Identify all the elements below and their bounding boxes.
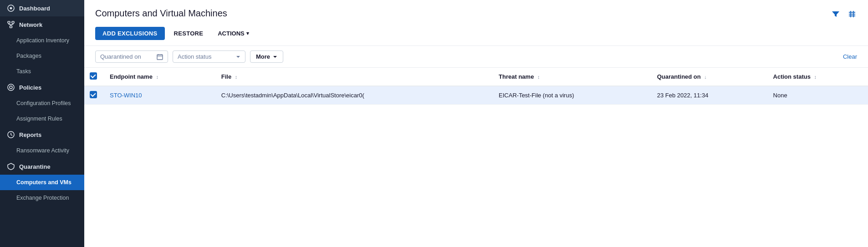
svg-point-1 xyxy=(10,7,12,10)
select-all-header[interactable] xyxy=(84,68,102,86)
svg-point-9 xyxy=(8,84,14,91)
sidebar-item-ransomware-activity[interactable]: Ransomware Activity xyxy=(0,143,84,158)
file-sort-icon: ↕ xyxy=(235,74,238,80)
threat-name-sort-icon: ↕ xyxy=(537,74,540,80)
svg-rect-2 xyxy=(8,21,10,23)
filters-row: Quarantined on Action status More Clear xyxy=(84,46,868,68)
row-quarantined-on: 23 Feb 2022, 11:34 xyxy=(650,86,766,105)
svg-rect-4 xyxy=(10,26,12,28)
sidebar-item-computers-and-vms[interactable]: Computers and VMs xyxy=(0,175,84,190)
sidebar-item-application-inventory[interactable]: Application Inventory xyxy=(0,33,84,48)
col-action-status[interactable]: Action status ↕ xyxy=(766,68,868,86)
row-threat-name: EICAR-Test-File (not a virus) xyxy=(491,86,650,105)
table-header-row: Endpoint name ↕ File ↕ Threat name ↕ Qua… xyxy=(84,68,868,86)
sidebar-item-dashboard[interactable]: Dashboard xyxy=(0,0,84,16)
sidebar: Dashboard Network Application Inventory … xyxy=(0,0,84,247)
select-all-checkbox[interactable] xyxy=(90,72,97,80)
network-icon xyxy=(7,21,15,28)
filter-icon-button[interactable] xyxy=(831,9,841,21)
col-endpoint-name[interactable]: Endpoint name ↕ xyxy=(102,68,214,86)
svg-point-10 xyxy=(10,86,12,89)
page-title: Computers and Virtual Machines xyxy=(95,8,227,19)
quarantine-icon xyxy=(7,163,15,170)
row-action-status: None xyxy=(766,86,868,105)
dashboard-icon xyxy=(7,5,15,12)
sidebar-item-quarantine[interactable]: Quarantine xyxy=(0,158,84,175)
row-endpoint-name[interactable]: STO-WIN10 xyxy=(102,86,214,105)
col-threat-name[interactable]: Threat name ↕ xyxy=(491,68,650,86)
add-exclusions-button[interactable]: ADD EXCLUSIONS xyxy=(95,27,165,40)
row-file: C:\Users\testadmin\AppData\Local\Virtual… xyxy=(214,86,491,105)
sidebar-item-configuration-profiles[interactable]: Configuration Profiles xyxy=(0,96,84,111)
quarantined-on-sort-icon: ↓ xyxy=(704,74,707,80)
col-file[interactable]: File ↕ xyxy=(214,68,491,86)
sidebar-item-exchange-protection[interactable]: Exchange Protection xyxy=(0,190,84,206)
sidebar-item-packages[interactable]: Packages xyxy=(0,48,84,64)
quarantined-on-filter[interactable]: Quarantined on xyxy=(95,50,168,63)
table-row[interactable]: STO-WIN10 C:\Users\testadmin\AppData\Loc… xyxy=(84,86,868,105)
row-checkbox[interactable] xyxy=(90,91,97,98)
quarantine-table: Endpoint name ↕ File ↕ Threat name ↕ Qua… xyxy=(84,68,868,105)
toolbar: ADD EXCLUSIONS RESTORE ACTIONS ▾ xyxy=(84,21,868,46)
action-status-filter[interactable]: Action status xyxy=(173,50,245,63)
sidebar-item-network[interactable]: Network xyxy=(0,16,84,33)
row-checkbox-cell[interactable] xyxy=(84,86,102,105)
endpoint-name-sort-icon: ↕ xyxy=(156,74,159,80)
sidebar-item-reports[interactable]: Reports xyxy=(0,126,84,143)
sidebar-item-assignment-rules[interactable]: Assignment Rules xyxy=(0,111,84,126)
action-status-sort-icon: ↕ xyxy=(814,74,817,80)
more-filter[interactable]: More xyxy=(250,50,283,63)
actions-chevron-icon: ▾ xyxy=(246,30,249,36)
svg-rect-3 xyxy=(12,21,14,23)
clear-filters-button[interactable]: Clear xyxy=(843,53,857,60)
main-content: Computers and Virtual Machines ADD EXCLU… xyxy=(84,0,868,247)
actions-button[interactable]: ACTIONS ▾ xyxy=(212,27,255,40)
sidebar-item-policies[interactable]: Policies xyxy=(0,79,84,96)
policies-icon xyxy=(7,84,15,91)
reports-icon xyxy=(7,131,15,138)
col-quarantined-on[interactable]: Quarantined on ↓ xyxy=(650,68,766,86)
svg-rect-23 xyxy=(157,55,163,60)
table-container: Endpoint name ↕ File ↕ Threat name ↕ Qua… xyxy=(84,68,868,247)
sidebar-item-tasks[interactable]: Tasks xyxy=(0,64,84,79)
restore-button[interactable]: RESTORE xyxy=(168,27,209,40)
columns-icon-button[interactable] xyxy=(847,9,857,21)
